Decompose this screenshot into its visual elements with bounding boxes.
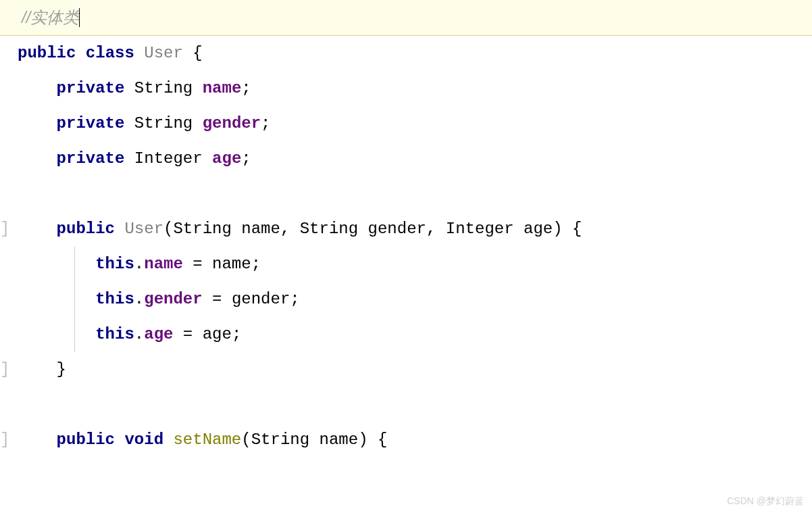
keyword-private: private <box>57 79 125 97</box>
field-age: age <box>144 325 173 343</box>
type-string: String <box>300 220 358 238</box>
code-line-brace-close[interactable]: ] } <box>0 352 812 387</box>
brace-open: { <box>193 44 202 62</box>
dot: . <box>134 290 144 308</box>
param-name: name <box>241 220 280 238</box>
brace-close: } <box>57 360 66 378</box>
equals: = <box>183 255 212 273</box>
code-line-comment[interactable]: //实体类 <box>0 0 812 36</box>
field-age: age <box>212 149 241 168</box>
type-string: String <box>173 220 231 238</box>
semicolon: ; <box>241 79 251 97</box>
type-string: String <box>251 431 309 449</box>
comma: , <box>280 220 290 238</box>
keyword-this: this <box>95 325 134 343</box>
keyword-private: private <box>57 149 125 168</box>
code-line-field-gender[interactable]: private String gender; <box>0 106 812 141</box>
param-name: name <box>212 255 251 273</box>
code-line-class-decl[interactable]: public class User { <box>0 36 812 71</box>
paren-close: ) <box>358 431 367 449</box>
field-name: name <box>203 79 242 97</box>
code-line-blank[interactable] <box>0 387 812 422</box>
semicolon: ; <box>261 114 270 132</box>
dot: . <box>134 325 144 343</box>
type-integer: Integer <box>134 149 203 168</box>
field-gender: gender <box>203 114 261 132</box>
semicolon: ; <box>241 149 251 168</box>
param-gender: gender <box>232 290 290 308</box>
watermark-text: CSDN @梦幻蔚蓝 <box>727 495 804 508</box>
method-setname: setName <box>173 431 241 449</box>
dot: . <box>134 255 144 273</box>
keyword-class: class <box>86 44 134 62</box>
paren-open: ( <box>241 431 251 449</box>
code-line-assign-gender[interactable]: this.gender = gender; <box>0 282 812 317</box>
param-gender: gender <box>368 220 426 238</box>
field-gender: gender <box>144 290 202 308</box>
code-line-blank[interactable] <box>0 176 812 212</box>
keyword-public: public <box>57 431 115 449</box>
comma: , <box>426 220 436 238</box>
brace-open: { <box>378 431 387 449</box>
paren-close: ) <box>553 220 562 238</box>
code-line-assign-age[interactable]: this.age = age; <box>0 317 812 352</box>
code-line-field-age[interactable]: private Integer age; <box>0 141 812 176</box>
code-line-constructor[interactable]: ] public User(String name, String gender… <box>0 212 812 247</box>
code-line-assign-name[interactable]: this.name = name; <box>0 247 812 282</box>
keyword-private: private <box>57 114 125 132</box>
keyword-this: this <box>95 255 134 273</box>
type-string: String <box>134 114 193 132</box>
type-string: String <box>134 79 193 97</box>
text-cursor <box>79 8 80 27</box>
field-name: name <box>144 255 183 273</box>
param-age: age <box>203 325 232 343</box>
constructor-name: User <box>124 220 163 238</box>
keyword-this: this <box>95 290 134 308</box>
comment-text: //实体类 <box>0 0 79 35</box>
equals: = <box>203 290 232 308</box>
type-integer: Integer <box>446 220 514 238</box>
keyword-void: void <box>124 431 163 449</box>
equals: = <box>173 325 202 343</box>
classname-user: User <box>144 44 183 62</box>
semicolon: ; <box>290 290 299 308</box>
semicolon: ; <box>232 325 241 343</box>
code-editor[interactable]: //实体类 public class User { private String… <box>0 0 812 458</box>
keyword-public: public <box>18 44 76 62</box>
param-name: name <box>320 431 359 449</box>
semicolon: ; <box>251 255 261 273</box>
code-line-field-name[interactable]: private String name; <box>0 71 812 106</box>
fold-mark-icon[interactable]: ] <box>0 212 9 247</box>
param-age: age <box>524 220 553 238</box>
fold-mark-icon[interactable]: ] <box>0 352 9 387</box>
paren-open: ( <box>163 220 173 238</box>
keyword-public: public <box>57 220 115 238</box>
code-line-setname[interactable]: ] public void setName(String name) { <box>0 422 812 458</box>
brace-open: { <box>572 220 582 238</box>
fold-mark-icon[interactable]: ] <box>0 422 9 458</box>
